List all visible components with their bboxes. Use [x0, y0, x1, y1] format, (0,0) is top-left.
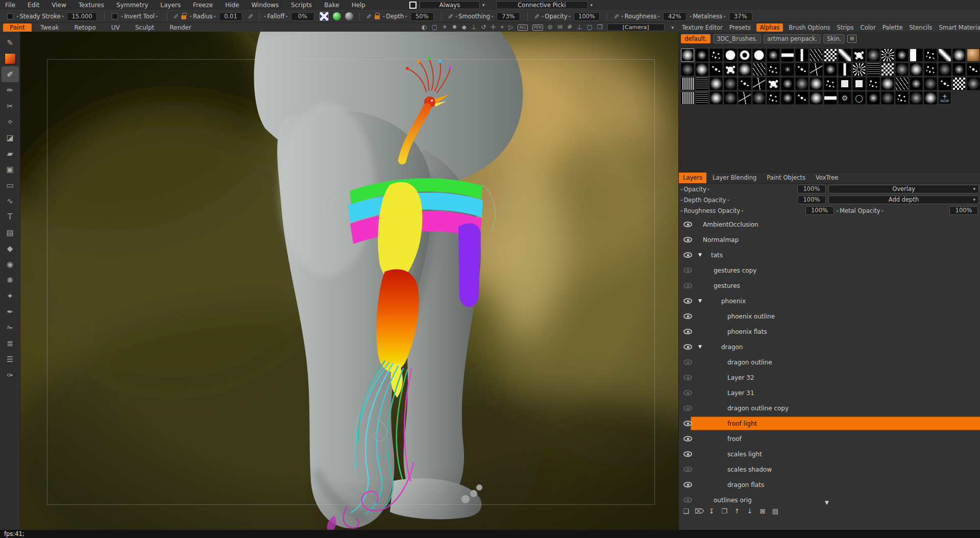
layer-row-scales-light[interactable]: scales light: [679, 447, 980, 462]
picker-dropdown[interactable]: Connective Picki: [496, 1, 588, 9]
chevron-down-icon[interactable]: ▾: [591, 3, 593, 8]
pattern-tool[interactable]: ❋: [2, 272, 19, 288]
layer-visibility-eye-icon[interactable]: [683, 390, 692, 396]
panel-tab-color[interactable]: Color: [860, 23, 877, 32]
window-icon[interactable]: ❐: [597, 23, 603, 31]
metal-opacity-value[interactable]: 100%: [949, 206, 978, 215]
layer-row-dragon-outline-copy[interactable]: dragon outline copy: [679, 401, 980, 416]
alpha-tab-3dc-brushes-[interactable]: 3DC_Brushes.: [713, 34, 761, 43]
preview-eye-tool[interactable]: ◉: [2, 256, 19, 272]
panel-tab-stencils[interactable]: Stencils: [908, 23, 933, 32]
alpha-thumb-twig[interactable]: [752, 77, 766, 90]
brush-tool[interactable]: ✐: [2, 66, 19, 82]
alpha-thumb-noise[interactable]: [767, 91, 780, 105]
workspace-tab-sculpt[interactable]: Sculpt: [129, 23, 161, 32]
envelope-icon[interactable]: ✉: [557, 23, 562, 31]
layer-visibility-eye-icon[interactable]: [683, 451, 692, 457]
menu-hide[interactable]: Hide: [225, 2, 239, 9]
pen-icon[interactable]: ✎: [614, 13, 619, 20]
layer-row-scales-shadow[interactable]: scales shadow: [679, 462, 980, 477]
thread-tool[interactable]: ✑: [2, 367, 19, 383]
layer-visibility-eye-icon[interactable]: [683, 375, 692, 380]
alpha-thumb-soft2[interactable]: [910, 77, 923, 90]
3d-viewport[interactable]: [20, 32, 678, 530]
pen-icon[interactable]: ✎: [534, 13, 540, 20]
alpha-thumb-dots[interactable]: [938, 77, 951, 90]
alpha-thumb-half[interactable]: [910, 48, 923, 62]
no-culling-icon[interactable]: ⊘: [548, 23, 553, 31]
image-tool[interactable]: ▤: [2, 225, 19, 240]
alpha-thumb-soft2[interactable]: [767, 48, 780, 62]
frame-icon[interactable]: ▢: [586, 23, 592, 31]
airbrush-tool[interactable]: ✏: [2, 82, 19, 98]
current-alpha-icon[interactable]: [320, 12, 329, 21]
metalness-value[interactable]: 37%: [729, 12, 752, 21]
alpha-thumb-splat[interactable]: [724, 63, 737, 76]
spline-tool[interactable]: ∿: [2, 193, 19, 209]
rotate-cursor-icon[interactable]: ▷: [508, 23, 513, 31]
layer-visibility-eye-icon[interactable]: [683, 298, 692, 304]
depth-value[interactable]: 50%: [410, 12, 434, 21]
material-preview-sphere-icon[interactable]: [333, 12, 341, 20]
always-dropdown[interactable]: Always: [420, 1, 480, 9]
layer-row-outlines-orig[interactable]: outlines orig: [679, 493, 980, 508]
alpha-thumb-knit[interactable]: [681, 91, 694, 105]
undo-view-icon[interactable]: ↺: [481, 23, 486, 31]
zoom-icon[interactable]: ⌖: [500, 23, 504, 31]
alpha-thumb-scrib[interactable]: [895, 77, 909, 90]
alpha-thumb-fuzz[interactable]: [938, 63, 951, 76]
alpha-thumb-soft[interactable]: [810, 77, 823, 90]
alpha-thumb-noise[interactable]: [895, 91, 909, 105]
alpha-thumb-hard[interactable]: [724, 48, 737, 62]
layer-visibility-eye-icon[interactable]: [683, 237, 692, 242]
alpha-thumb-soft2[interactable]: [824, 63, 837, 76]
menu-textures[interactable]: Textures: [79, 2, 104, 9]
alpha-thumb-spray[interactable]: [752, 91, 766, 105]
alpha-thumb-fuzz[interactable]: [924, 77, 937, 90]
clear-layer-icon[interactable]: ⊠: [758, 507, 767, 515]
alpha-thumb-splat[interactable]: [852, 48, 866, 62]
alpha-thumb-gear[interactable]: ⚙: [838, 91, 851, 105]
alpha-thumb-fuzz[interactable]: [724, 77, 737, 90]
menu-windows[interactable]: Windows: [251, 2, 279, 9]
steady-stroke-value[interactable]: 15.000: [67, 12, 96, 21]
alpha-tab-artman-penpack-[interactable]: artman penpack.: [764, 34, 821, 43]
alpha-thumb-spray[interactable]: [895, 63, 909, 76]
chevron-down-icon[interactable]: ▾: [482, 3, 485, 8]
alpha-thumb-soft[interactable]: [709, 91, 723, 105]
alpha-thumb-soft[interactable]: [810, 91, 823, 105]
plumb-icon[interactable]: ⊥: [471, 23, 476, 31]
alpha-thumb-spray[interactable]: [867, 48, 880, 62]
delete-layer-icon[interactable]: ⌦: [695, 507, 703, 515]
layer-folder-icon[interactable]: ▤: [771, 507, 779, 515]
workspace-tab-uv[interactable]: UV: [105, 23, 127, 32]
alpha-tab-skin-[interactable]: Skin.: [823, 34, 845, 43]
stroke-curve-icon[interactable]: ✎: [248, 13, 253, 20]
menu-help[interactable]: Help: [352, 2, 365, 9]
panel-tab-brush-options[interactable]: Brush Options: [788, 23, 831, 32]
depth-preview-sphere-icon[interactable]: [345, 12, 353, 20]
layer-visibility-eye-icon[interactable]: [683, 436, 692, 442]
alpha-thumb-barh[interactable]: [781, 48, 794, 62]
alpha-thumb-soft[interactable]: [910, 63, 923, 76]
alpha-thumb-grid[interactable]: [881, 63, 894, 76]
depth-opacity-value[interactable]: 100%: [797, 195, 826, 204]
alpha-thumb-sq[interactable]: [852, 77, 866, 90]
menu-bake[interactable]: Bake: [324, 2, 339, 9]
axis-icon[interactable]: ⊥: [577, 23, 582, 31]
pick-visible-checkbox[interactable]: [409, 2, 416, 9]
alpha-thumb-fuzz[interactable]: [881, 91, 894, 105]
alpha-thumb-soft2[interactable]: [781, 91, 794, 105]
layer-row-dragon[interactable]: ▼dragon: [679, 339, 980, 355]
alpha-thumb-soft[interactable]: [738, 63, 751, 76]
alpha-thumb-soft[interactable]: [924, 91, 937, 105]
menu-freeze[interactable]: Freeze: [193, 2, 213, 9]
alpha-tab-default-[interactable]: default.: [681, 34, 710, 43]
roughness-value[interactable]: 42%: [663, 12, 687, 21]
cut-tool[interactable]: ☰: [2, 351, 19, 367]
camera-dropdown[interactable]: [Camera]: [607, 23, 665, 31]
layer-row-normalmap[interactable]: Normalmap: [679, 232, 980, 248]
collapse-caret-icon[interactable]: ▼: [698, 252, 702, 257]
alpha-thumb-splat[interactable]: [767, 77, 780, 90]
knife-tool[interactable]: ✁: [2, 320, 19, 335]
